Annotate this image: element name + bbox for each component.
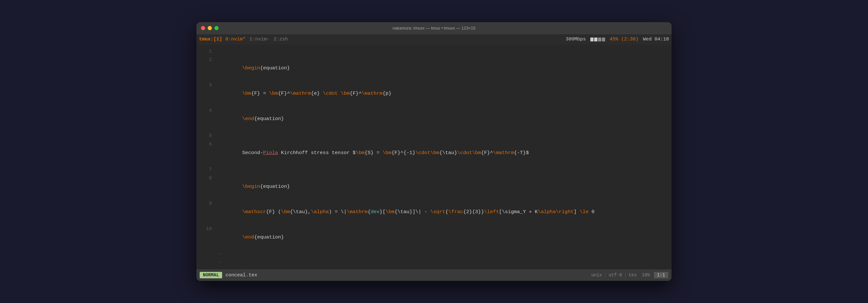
line-number: 3 (202, 81, 212, 89)
tmux-tabs: 0:nvim* 1:nvim- 2:zsh (225, 37, 288, 42)
battery-bar (590, 37, 605, 41)
cursor-position: 1:1 (654, 272, 668, 278)
filename: conceal.tex (225, 273, 257, 278)
tmux-tab-0[interactable]: 0:nvim* (225, 37, 246, 42)
tmux-right: 300Mbps 45% (2:38) Wed 04:10 (566, 37, 669, 42)
mode-badge: NORMAL (200, 272, 222, 278)
tmux-left: tmux:[1] 0:nvim* 1:nvim- 2:zsh (199, 37, 288, 42)
code-line-1: 1 (196, 47, 672, 56)
editor-area[interactable]: 1 2 \begin{equation} 3 \bm{F} = \bm{F}^\… (196, 44, 672, 270)
tmux-status-bar: tmux:[1] 0:nvim* 1:nvim- 2:zsh 300Mbps 4… (196, 34, 672, 44)
code-line-2: 2 \begin{equation} (196, 56, 672, 81)
file-type: tex (628, 273, 637, 278)
line-number: 10 (202, 225, 212, 233)
line-content: \begin{equation} (218, 174, 666, 199)
tmux-tab-2[interactable]: 2:zsh (274, 37, 288, 42)
line-number: 5 (202, 131, 212, 140)
code-line-5: 5 (196, 131, 672, 140)
separator: | (604, 273, 607, 278)
code-line-9: 9 \mathscr{F} (\bm{\tau},\alpha) = \|\ma… (196, 199, 672, 225)
line-number: 1 (202, 47, 212, 56)
tmux-session-label: tmux:[1] (199, 37, 222, 42)
line-number: 8 (202, 174, 212, 182)
line-number: 6 (202, 140, 212, 148)
window-title: nakamura: tmuxx — tmux • tmuxx — 123×15 (393, 26, 476, 30)
line-number: 2 (202, 56, 212, 64)
network-speed: 300Mbps (566, 37, 586, 42)
line-content: \begin{equation} (218, 56, 666, 81)
terminal-window: nakamura: tmuxx — tmux • tmuxx — 123×15 … (196, 22, 672, 281)
clock: Wed 04:10 (643, 37, 669, 42)
line-content: \bm{F} = \bm{F}^\mathrm{e} \cdot \bm{F}^… (218, 81, 666, 106)
statusline-right: unix | utf-8 | tex 10% 1:1 (591, 272, 668, 278)
code-line-7: 7 (196, 165, 672, 174)
scroll-percent: 10% (642, 273, 650, 278)
code-line-8: 8 \begin{equation} (196, 174, 672, 199)
file-encoding: utf-8 (609, 273, 622, 278)
maximize-button[interactable] (214, 26, 219, 30)
line-content: \mathscr{F} (\bm{\tau},\alpha) = \|\math… (218, 199, 666, 225)
minimize-button[interactable] (208, 26, 212, 30)
line-number: 9 (202, 199, 212, 208)
code-line-3: 3 \bm{F} = \bm{F}^\mathrm{e} \cdot \bm{F… (196, 81, 672, 106)
traffic-lights (201, 26, 219, 30)
titlebar: nakamura: tmuxx — tmux • tmuxx — 123×15 (196, 22, 672, 34)
line-number: 7 (202, 165, 212, 174)
line-content: Second-Piola Kirchhoff stress tensor $\b… (218, 140, 666, 165)
file-format: unix (591, 273, 602, 278)
line-number: 4 (202, 106, 212, 115)
tilde-line: ~ (196, 250, 672, 259)
code-line-6: 6 Second-Piola Kirchhoff stress tensor $… (196, 140, 672, 165)
tmux-tab-1[interactable]: 1:nvim- (249, 37, 270, 42)
code-line-4: 4 \end{equation} (196, 106, 672, 131)
line-content: \end{equation} (218, 225, 666, 250)
statusline-left: NORMAL conceal.tex (200, 272, 257, 278)
statusline: NORMAL conceal.tex unix | utf-8 | tex 10… (196, 269, 672, 281)
code-line-10: 10 \end{equation} (196, 225, 672, 250)
tilde-line: ~ (196, 259, 672, 267)
battery-percent: 45% (2:38) (610, 37, 639, 42)
separator: | (624, 273, 627, 278)
close-button[interactable] (201, 26, 205, 30)
line-content: \end{equation} (218, 106, 666, 131)
